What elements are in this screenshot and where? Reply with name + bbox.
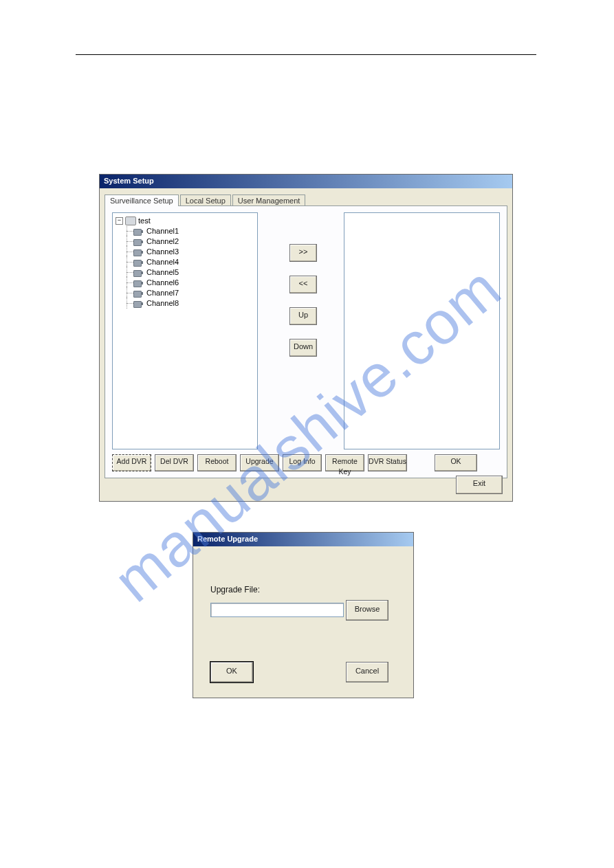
tree-child-label: Channel2	[146, 236, 179, 247]
tree-child-row[interactable]: Channel7	[114, 288, 256, 298]
tree-child-row[interactable]: Channel6	[114, 278, 256, 288]
browse-button[interactable]: Browse	[346, 600, 388, 621]
move-left-button[interactable]: <<	[289, 276, 317, 293]
tree-child-row[interactable]: Channel8	[114, 298, 256, 309]
camera-icon	[133, 290, 143, 297]
tab-surveillance-setup[interactable]: Surveillance Setup	[105, 194, 179, 206]
tree-child-row[interactable]: Channel4	[114, 257, 256, 267]
collapse-icon[interactable]: −	[116, 217, 123, 225]
tab-label: Local Setup	[186, 197, 226, 205]
tree-child-row[interactable]: Channel2	[114, 236, 256, 247]
move-up-button[interactable]: Up	[289, 307, 317, 325]
tab-panel: − test Channel1 Channel2 Chan	[105, 205, 507, 478]
bottom-button-row: Add DVR Del DVR Reboot Upgrade Log Info …	[112, 454, 477, 471]
camera-icon	[133, 259, 143, 266]
tree-child-label: Channel1	[146, 226, 179, 236]
tree-root-label: test	[138, 216, 151, 226]
tree-child-label: Channel6	[146, 278, 179, 288]
remote-key-button[interactable]: Remote Key	[325, 454, 364, 471]
tree-child-label: Channel3	[146, 247, 179, 257]
log-info-button[interactable]: Log Info	[283, 454, 322, 471]
dvr-status-button[interactable]: DVR Status	[368, 454, 407, 471]
upgrade-file-label: Upgrade File:	[210, 585, 260, 594]
del-dvr-button[interactable]: Del DVR	[155, 454, 194, 471]
camera-icon	[133, 269, 143, 276]
add-dvr-button[interactable]: Add DVR	[112, 454, 151, 471]
dialog-body: Upgrade File: Browse OK Cancel	[193, 546, 413, 698]
tree-child-label: Channel5	[146, 267, 179, 278]
channel-tree-list[interactable]: − test Channel1 Channel2 Chan	[112, 212, 258, 449]
cancel-button[interactable]: Cancel	[346, 662, 388, 682]
camera-icon	[133, 300, 143, 307]
tree-root-row[interactable]: − test	[114, 216, 256, 226]
camera-icon	[133, 249, 143, 256]
dialog-titlebar: Remote Upgrade	[193, 533, 413, 546]
exit-button[interactable]: Exit	[456, 476, 503, 494]
tab-user-management[interactable]: User Management	[232, 194, 306, 206]
camera-icon	[133, 228, 143, 235]
tree-child-row[interactable]: Channel3	[114, 247, 256, 257]
ok-button[interactable]: OK	[210, 662, 253, 682]
tree-child-row[interactable]: Channel5	[114, 267, 256, 278]
upgrade-button[interactable]: Upgrade	[240, 454, 279, 471]
upgrade-file-input[interactable]	[210, 603, 344, 617]
camera-icon	[133, 238, 143, 245]
tree: − test Channel1 Channel2 Chan	[113, 213, 257, 311]
dialog-title: Remote Upgrade	[197, 535, 258, 543]
tree-child-label: Channel4	[146, 257, 179, 267]
tree-child-label: Channel8	[146, 298, 179, 309]
window-titlebar: System Setup	[100, 175, 512, 188]
selected-channels-list[interactable]	[344, 212, 500, 449]
remote-upgrade-dialog: Remote Upgrade Upgrade File: Browse OK C…	[193, 532, 414, 698]
tree-child-label: Channel7	[146, 288, 179, 298]
tree-child-row[interactable]: Channel1	[114, 226, 256, 236]
move-down-button[interactable]: Down	[289, 339, 317, 357]
camera-icon	[133, 280, 143, 287]
reboot-button[interactable]: Reboot	[197, 454, 237, 471]
window-title: System Setup	[104, 177, 154, 185]
system-setup-window: System Setup Surveillance Setup Local Se…	[99, 174, 513, 502]
tab-local-setup[interactable]: Local Setup	[180, 194, 231, 206]
tab-label: User Management	[238, 197, 300, 205]
page-divider	[76, 54, 536, 55]
move-buttons-column: >> << Up Down	[289, 244, 322, 357]
move-right-button[interactable]: >>	[289, 244, 317, 262]
tabs-row: Surveillance Setup Local Setup User Mana…	[105, 192, 507, 205]
exit-row: Exit	[456, 476, 503, 494]
ok-button[interactable]: OK	[435, 454, 477, 471]
tab-label: Surveillance Setup	[110, 197, 173, 205]
